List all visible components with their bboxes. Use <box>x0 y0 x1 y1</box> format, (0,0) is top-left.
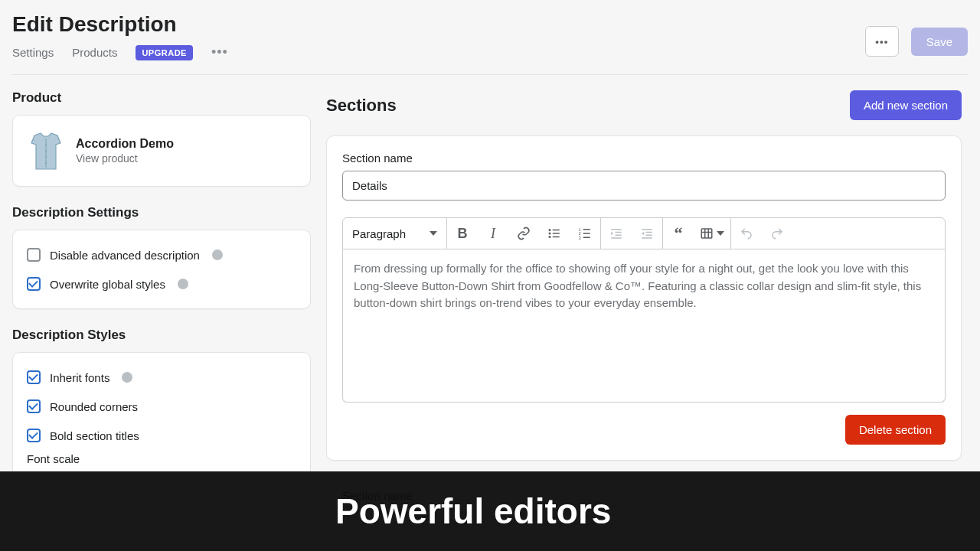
view-product-link[interactable]: View product <box>76 152 174 165</box>
svg-rect-25 <box>701 229 712 238</box>
description-settings-heading: Description Settings <box>12 205 311 220</box>
page-title: Edit Description <box>12 12 228 37</box>
product-heading: Product <box>12 90 311 106</box>
chevron-down-icon <box>430 231 437 236</box>
font-scale-label: Font scale <box>27 446 296 465</box>
chevron-down-icon <box>717 231 724 236</box>
svg-rect-18 <box>616 232 622 233</box>
bold-titles-checkbox[interactable] <box>27 429 41 442</box>
svg-text:3: 3 <box>579 236 581 240</box>
bullet-list-icon[interactable] <box>539 218 570 249</box>
format-select[interactable]: Paragraph <box>343 218 446 249</box>
svg-rect-12 <box>583 229 590 230</box>
svg-rect-16 <box>583 237 590 239</box>
add-section-button[interactable]: Add new section <box>850 90 962 120</box>
svg-point-4 <box>45 162 47 164</box>
nav-more-icon[interactable]: ••• <box>211 44 228 60</box>
product-name: Accordion Demo <box>76 137 174 151</box>
svg-point-2 <box>45 150 47 152</box>
product-card[interactable]: Accordion Demo View product <box>12 115 311 187</box>
svg-rect-14 <box>583 233 590 234</box>
svg-point-7 <box>549 233 551 235</box>
svg-rect-17 <box>611 229 622 230</box>
overwrite-styles-label: Overwrite global styles <box>50 278 165 291</box>
divider <box>12 74 968 75</box>
section-name-label: Section name <box>342 152 946 165</box>
quote-icon[interactable]: “ <box>663 218 694 249</box>
info-icon[interactable] <box>178 279 188 289</box>
svg-rect-10 <box>553 236 560 238</box>
save-button[interactable]: Save <box>911 28 968 56</box>
delete-section-button[interactable]: Delete section <box>845 415 946 445</box>
svg-rect-23 <box>646 235 652 236</box>
promo-banner-text: Powerful editors <box>335 491 611 532</box>
inherit-fonts-label: Inherit fonts <box>50 371 109 384</box>
description-styles-heading: Description Styles <box>12 328 311 343</box>
svg-point-3 <box>45 156 47 158</box>
svg-point-5 <box>549 229 551 231</box>
nav-products[interactable]: Products <box>72 46 117 59</box>
svg-rect-8 <box>553 233 560 234</box>
rounded-corners-label: Rounded corners <box>50 400 138 413</box>
svg-rect-20 <box>611 237 622 239</box>
indent-icon[interactable] <box>632 218 662 249</box>
promo-banner: Powerful editors <box>0 471 980 551</box>
format-select-label: Paragraph <box>352 227 406 240</box>
product-thumbnail <box>27 129 65 172</box>
svg-rect-19 <box>616 235 622 236</box>
disable-advanced-label: Disable advanced description <box>50 249 200 262</box>
editor-textarea[interactable]: From dressing up formally for the office… <box>342 249 946 403</box>
section-editor: Section name Paragraph B I <box>326 135 962 461</box>
info-icon[interactable] <box>212 249 223 260</box>
redo-icon[interactable] <box>762 218 792 249</box>
svg-rect-22 <box>646 232 652 233</box>
info-icon[interactable] <box>122 372 132 383</box>
svg-rect-21 <box>642 229 652 230</box>
italic-icon[interactable]: I <box>478 218 508 249</box>
overwrite-styles-checkbox[interactable] <box>27 277 41 291</box>
undo-icon[interactable] <box>731 218 762 249</box>
more-actions-button[interactable]: ••• <box>865 26 899 57</box>
table-icon[interactable] <box>694 218 730 249</box>
svg-rect-6 <box>553 230 560 231</box>
nav-settings[interactable]: Settings <box>12 46 54 59</box>
bold-titles-label: Bold section titles <box>50 429 139 442</box>
numbered-list-icon[interactable]: 123 <box>570 218 600 249</box>
svg-point-1 <box>45 144 47 145</box>
outdent-icon[interactable] <box>601 218 632 249</box>
inherit-fonts-checkbox[interactable] <box>27 370 41 384</box>
svg-rect-24 <box>642 237 652 239</box>
svg-point-9 <box>549 236 551 238</box>
rounded-corners-checkbox[interactable] <box>27 399 41 413</box>
link-icon[interactable] <box>508 218 539 249</box>
editor-toolbar: Paragraph B I 123 <box>342 217 946 249</box>
section-name-input[interactable] <box>342 171 946 201</box>
disable-advanced-checkbox[interactable] <box>27 248 41 262</box>
bold-icon[interactable]: B <box>447 218 478 249</box>
upgrade-badge[interactable]: UPGRADE <box>136 45 193 60</box>
sections-heading: Sections <box>326 96 397 116</box>
